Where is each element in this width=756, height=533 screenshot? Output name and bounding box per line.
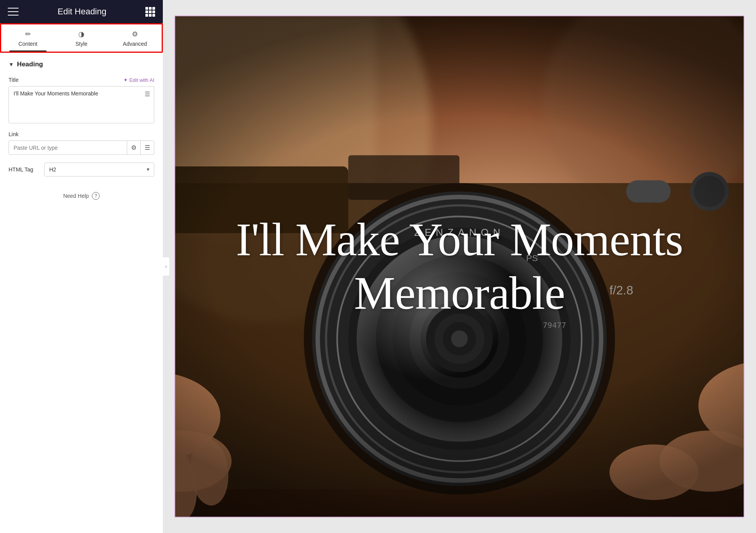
need-help-label: Need Help: [63, 193, 89, 199]
sparkle-icon: ✦: [123, 77, 128, 83]
help-circle-icon: ?: [92, 192, 100, 200]
hero-image: ZENZANON PS f/2.8 79477: [175, 16, 744, 517]
hero-text-overlay: I'll Make Your Moments Memorable: [175, 16, 744, 517]
title-label: Title: [9, 77, 19, 83]
text-align-icon[interactable]: ☰: [145, 90, 150, 98]
canvas-area: ZENZANON PS f/2.8 79477: [174, 16, 744, 517]
section-title: Heading: [17, 61, 43, 68]
tab-style[interactable]: ◑ Style: [55, 24, 108, 52]
tab-style-label: Style: [75, 41, 87, 47]
link-field: Link ⚙ ☰: [9, 131, 154, 155]
section-heading: ▼ Heading: [9, 61, 154, 68]
right-panel: ZENZANON PS f/2.8 79477: [163, 0, 756, 533]
need-help-button[interactable]: Need Help ?: [9, 192, 154, 200]
hero-heading: I'll Make Your Moments Memorable: [191, 213, 728, 320]
link-label: Link: [9, 131, 19, 137]
edit-with-ai-label: Edit with AI: [129, 77, 154, 83]
panel-title: Edit Heading: [58, 7, 107, 17]
tab-advanced-label: Advanced: [123, 41, 147, 47]
link-settings-icon[interactable]: ⚙: [127, 141, 140, 154]
tab-content-label: Content: [18, 41, 37, 47]
menu-icon[interactable]: [8, 6, 19, 17]
title-textarea-wrapper: ☰: [9, 86, 154, 123]
collapse-arrow-icon[interactable]: ▼: [9, 61, 14, 67]
link-label-row: Link: [9, 131, 154, 137]
tab-advanced[interactable]: ⚙ Advanced: [108, 24, 162, 52]
top-bar: Edit Heading: [0, 0, 163, 23]
gear-icon: ⚙: [132, 30, 138, 38]
html-tag-select-wrapper: H1 H2 H3 H4 H5 H6 div span p ▼: [44, 163, 154, 177]
html-tag-label: HTML Tag: [9, 166, 40, 173]
pencil-icon: ✏: [25, 30, 31, 38]
apps-icon[interactable]: [145, 7, 155, 17]
title-label-row: Title ✦ Edit with AI: [9, 77, 154, 83]
link-input[interactable]: [9, 141, 127, 154]
link-actions: ⚙ ☰: [127, 141, 154, 154]
left-panel: Edit Heading ✏ Content ◑ Style ⚙ Advance…: [0, 0, 163, 533]
link-input-wrapper: ⚙ ☰: [9, 140, 154, 155]
title-field: Title ✦ Edit with AI ☰: [9, 77, 154, 123]
edit-with-ai-button[interactable]: ✦ Edit with AI: [123, 77, 154, 83]
html-tag-select[interactable]: H1 H2 H3 H4 H5 H6 div span p: [44, 163, 154, 177]
tab-bar: ✏ Content ◑ Style ⚙ Advanced: [0, 23, 163, 53]
link-stack-icon[interactable]: ☰: [140, 141, 154, 154]
style-icon: ◑: [78, 30, 85, 38]
title-input[interactable]: [9, 87, 154, 121]
panel-collapse-button[interactable]: ‹: [163, 257, 170, 276]
tab-content[interactable]: ✏ Content: [1, 24, 55, 52]
html-tag-row: HTML Tag H1 H2 H3 H4 H5 H6 div span p ▼: [9, 163, 154, 177]
panel-content: ▼ Heading Title ✦ Edit with AI ☰ Link: [0, 53, 163, 533]
